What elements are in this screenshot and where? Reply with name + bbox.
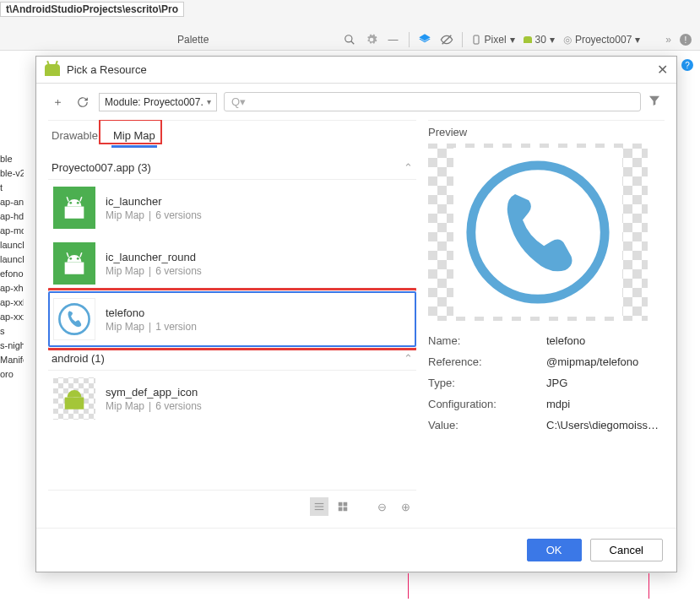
resource-item[interactable]: telefonoMip Map|1 version bbox=[48, 291, 416, 347]
minimize-icon[interactable]: — bbox=[387, 33, 400, 46]
close-icon[interactable]: ✕ bbox=[657, 62, 668, 78]
resource-item[interactable]: ic_launcher_roundMip Map|6 versions bbox=[48, 236, 416, 291]
ok-button[interactable]: OK bbox=[527, 539, 582, 561]
tree-item-partial: ble bbox=[0, 152, 24, 166]
android-icon bbox=[45, 64, 60, 76]
tree-item-partial: Manifest bbox=[0, 353, 24, 367]
tab-mipmap[interactable]: Mip Map bbox=[111, 126, 157, 148]
prop-value-value: C:\Users\diegomoisset\... bbox=[546, 419, 665, 431]
search-icon[interactable] bbox=[343, 33, 356, 46]
resource-meta: Mip Map|6 versions bbox=[106, 400, 202, 412]
svg-rect-11 bbox=[79, 252, 82, 258]
svg-rect-7 bbox=[79, 197, 82, 202]
tree-item-partial: ap-any bbox=[0, 195, 24, 209]
warning-icon[interactable]: ! bbox=[680, 34, 692, 46]
tab-drawable[interactable]: Drawable bbox=[50, 126, 100, 148]
module-selector[interactable]: Module: Proyecto007. bbox=[99, 93, 217, 111]
tree-item-partial: ble-v24 bbox=[0, 166, 24, 181]
resource-tabs: Drawable Mip Map bbox=[48, 121, 416, 148]
resource-name: sym_def_app_icon bbox=[106, 386, 202, 399]
resource-meta: Mip Map|6 versions bbox=[106, 265, 202, 277]
device-selector[interactable]: Pixel ▾ bbox=[471, 33, 515, 46]
preview-header: Preview bbox=[428, 121, 665, 144]
help-icon[interactable]: ? bbox=[681, 59, 693, 71]
guideline bbox=[408, 573, 409, 599]
list-view-button[interactable] bbox=[310, 497, 328, 516]
tree-item-partial: launch bbox=[0, 238, 24, 252]
path-fragment: t\AndroidStudioProjects\escrito\Pro bbox=[0, 2, 184, 17]
svg-line-1 bbox=[350, 41, 354, 45]
filter-icon[interactable] bbox=[648, 94, 665, 111]
prop-type-value: JPG bbox=[546, 377, 665, 389]
svg-rect-18 bbox=[339, 507, 343, 512]
guideline bbox=[648, 573, 649, 599]
svg-rect-16 bbox=[339, 502, 343, 507]
svg-rect-17 bbox=[344, 502, 348, 507]
project-selector[interactable]: ◎ Proyecto007 ▾ bbox=[563, 34, 640, 46]
tree-item-partial: ap-md bbox=[0, 224, 24, 238]
svg-rect-13 bbox=[315, 503, 324, 504]
preview-pane: Preview Name:telefono Reference:@mipmap/… bbox=[428, 120, 665, 519]
cancel-button[interactable]: Cancel bbox=[590, 539, 663, 561]
resource-group-header[interactable]: android (1)⌃ bbox=[48, 347, 416, 371]
tree-item-partial: ap-xxx bbox=[0, 310, 24, 324]
tree-item-partial: efono.j bbox=[0, 267, 24, 281]
project-tree-partial: bleble-v24tap-anyap-hdpap-mdlaunchlaunch… bbox=[0, 152, 24, 382]
prop-name-label: Name: bbox=[428, 334, 546, 347]
prop-ref-label: Reference: bbox=[428, 355, 546, 368]
more-icon[interactable]: » bbox=[665, 34, 671, 46]
search-input[interactable] bbox=[249, 96, 633, 108]
svg-point-8 bbox=[69, 258, 72, 260]
dialog-titlebar: Pick a Resource ✕ bbox=[36, 57, 676, 84]
eye-icon[interactable] bbox=[440, 33, 453, 46]
resource-group-header[interactable]: Proyecto007.app (3)⌃ bbox=[48, 156, 416, 180]
list-footer: ⊖ ⊕ bbox=[48, 490, 416, 519]
resource-name: telefono bbox=[106, 306, 197, 319]
grid-view-button[interactable] bbox=[334, 497, 352, 516]
svg-rect-15 bbox=[315, 509, 324, 510]
resource-name: ic_launcher_round bbox=[106, 251, 202, 263]
preview-image bbox=[428, 144, 648, 321]
prop-type-label: Type: bbox=[428, 377, 546, 389]
add-resource-button[interactable]: ⊕ bbox=[396, 497, 415, 516]
svg-point-0 bbox=[345, 35, 351, 42]
add-button[interactable]: ＋ bbox=[48, 93, 67, 111]
palette-label: Palette bbox=[177, 34, 209, 46]
prop-config-value: mdpi bbox=[546, 398, 665, 410]
dialog-title: Pick a Resource bbox=[67, 63, 147, 76]
dialog-buttons: OK Cancel bbox=[36, 528, 676, 572]
resource-meta: Mip Map|6 versions bbox=[106, 209, 202, 221]
refresh-button[interactable] bbox=[73, 93, 92, 111]
tree-item-partial: ap-xxh bbox=[0, 296, 24, 310]
svg-rect-14 bbox=[315, 506, 324, 507]
dialog-toolbar: ＋ Module: Proyecto007. Q▾ bbox=[36, 84, 676, 120]
svg-point-9 bbox=[77, 258, 79, 260]
svg-rect-19 bbox=[344, 507, 348, 512]
resource-item[interactable]: sym_def_app_iconMip Map|6 versions bbox=[48, 371, 416, 426]
tree-item-partial: s bbox=[0, 324, 24, 339]
tree-item-partial: s-night bbox=[0, 339, 24, 353]
tree-item-partial: t bbox=[0, 181, 24, 195]
layers-icon[interactable] bbox=[418, 33, 431, 46]
prop-name-value: telefono bbox=[546, 334, 665, 347]
remove-button[interactable]: ⊖ bbox=[372, 497, 391, 516]
resource-item[interactable]: ic_launcherMip Map|6 versions bbox=[48, 180, 416, 236]
svg-point-5 bbox=[77, 202, 79, 204]
svg-rect-6 bbox=[67, 197, 69, 202]
svg-rect-10 bbox=[67, 252, 69, 258]
tree-item-partial: oro bbox=[0, 367, 24, 382]
svg-rect-3 bbox=[474, 35, 479, 44]
palette-toolbar: Palette — Pixel ▾ 30 ▾ ◎ Proyecto007 ▾ »… bbox=[177, 30, 692, 50]
svg-point-12 bbox=[59, 304, 89, 334]
prop-config-label: Configuration: bbox=[428, 398, 546, 410]
svg-point-4 bbox=[69, 202, 72, 204]
tree-item-partial: launch bbox=[0, 252, 24, 267]
search-field[interactable]: Q▾ bbox=[224, 92, 641, 111]
gear-icon[interactable] bbox=[365, 33, 378, 46]
svg-point-20 bbox=[471, 165, 605, 299]
prop-value-label: Value: bbox=[428, 419, 546, 431]
resource-list: Proyecto007.app (3)⌃ic_launcherMip Map|6… bbox=[48, 148, 416, 490]
prop-ref-value: @mipmap/telefono bbox=[546, 355, 665, 368]
pick-resource-dialog: Pick a Resource ✕ ＋ Module: Proyecto007.… bbox=[35, 56, 677, 572]
api-selector[interactable]: 30 ▾ bbox=[524, 34, 555, 46]
